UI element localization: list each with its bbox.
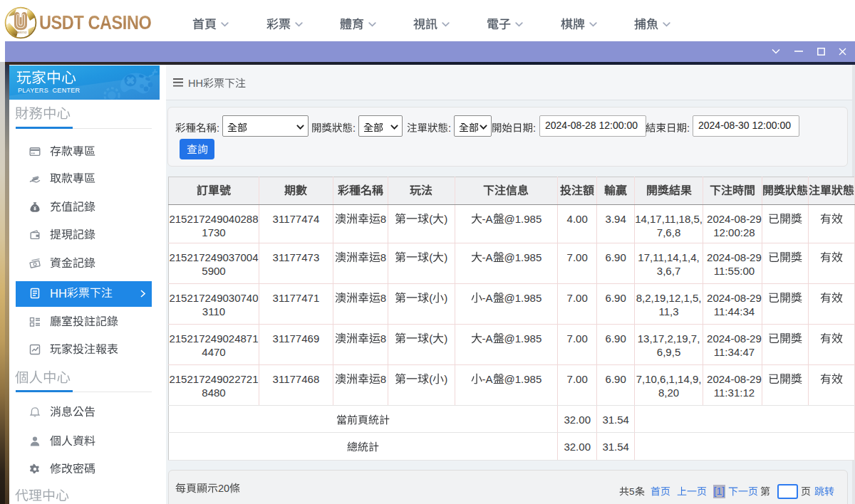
svg-text:Casino: Casino — [14, 30, 26, 34]
